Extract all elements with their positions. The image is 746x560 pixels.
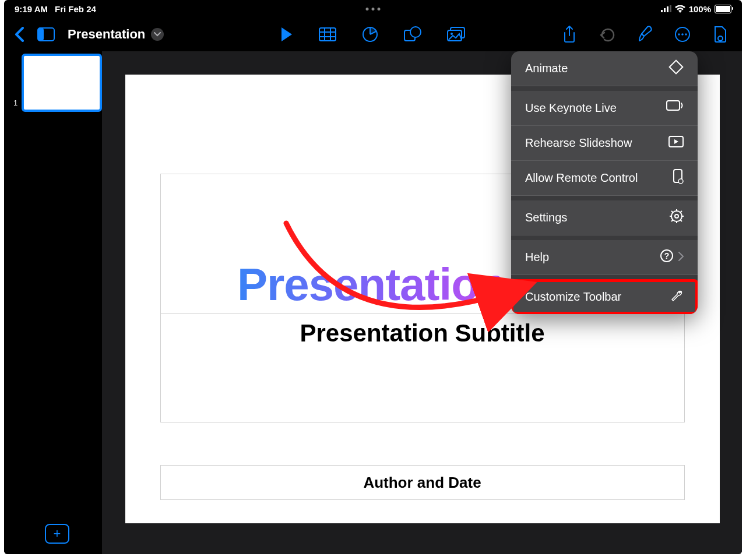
svg-point-23 [718, 36, 723, 41]
play-button[interactable] [280, 27, 293, 42]
svg-rect-5 [38, 28, 44, 41]
battery-icon [715, 5, 731, 13]
menu-remote[interactable]: Allow Remote Control [511, 161, 698, 196]
more-icon[interactable] [674, 26, 691, 43]
status-date: Fri Feb 24 [55, 4, 96, 14]
multitask-dots[interactable] [366, 8, 381, 10]
svg-line-37 [671, 220, 673, 221]
canvas[interactable]: Presentation Title Presentation Subtitle… [103, 51, 742, 554]
play-rect-icon [668, 136, 684, 150]
svg-text:?: ? [664, 251, 670, 260]
menu-keynote-live[interactable]: Use Keynote Live [511, 91, 698, 126]
menu-label: Settings [525, 211, 567, 224]
svg-line-36 [680, 220, 682, 221]
question-icon: ? [660, 249, 674, 266]
menu-label: Allow Remote Control [525, 171, 638, 185]
slide-number: 1 [13, 98, 17, 107]
document-title-text: Presentation [68, 27, 145, 42]
phone-icon [672, 169, 684, 187]
media-icon[interactable] [447, 27, 466, 42]
svg-rect-3 [670, 5, 671, 12]
menu-label: Animate [525, 62, 568, 75]
wrench-icon [670, 288, 684, 305]
wifi-icon [675, 5, 685, 13]
menu-label: Rehearse Slideshow [525, 136, 632, 150]
menu-separator [511, 86, 698, 91]
svg-point-20 [678, 33, 680, 36]
menu-separator [511, 275, 698, 280]
menu-separator [511, 196, 698, 200]
svg-point-30 [675, 214, 678, 218]
format-brush-icon[interactable] [637, 26, 652, 43]
add-slide-button[interactable]: + [45, 524, 69, 544]
svg-point-21 [681, 33, 684, 36]
menu-customize-toolbar[interactable]: Customize Toolbar [511, 280, 698, 314]
svg-rect-25 [667, 101, 680, 110]
svg-line-38 [680, 211, 682, 213]
svg-rect-2 [667, 6, 668, 12]
slide-navigator[interactable]: 1 + [4, 51, 103, 554]
menu-label: Customize Toolbar [525, 290, 621, 304]
more-menu-popover: Animate Use Keynote Live Rehearse Slides… [511, 51, 698, 314]
menu-settings[interactable]: Settings [511, 200, 698, 235]
cellular-icon [661, 5, 671, 12]
battery-pct: 100% [689, 4, 711, 14]
menu-label: Use Keynote Live [525, 101, 617, 115]
menu-label: Help [525, 251, 549, 264]
svg-point-22 [685, 33, 687, 36]
table-icon[interactable] [319, 27, 336, 41]
sidebar-toggle-icon[interactable] [37, 27, 55, 41]
menu-animate[interactable]: Animate [511, 51, 698, 86]
author-placeholder[interactable]: Author and Date [160, 465, 685, 500]
svg-rect-24 [670, 61, 683, 74]
menu-rehearse[interactable]: Rehearse Slideshow [511, 126, 698, 161]
add-slide-label: + [54, 526, 61, 541]
chart-icon[interactable] [362, 26, 378, 43]
menu-help[interactable]: Help ? [511, 240, 698, 275]
svg-point-15 [410, 27, 421, 37]
undo-icon[interactable] [599, 26, 615, 43]
document-options-icon[interactable] [713, 26, 727, 43]
status-bar: 9:19 AM Fri Feb 24 100% [4, 0, 742, 17]
slide-thumbnail-1[interactable] [22, 54, 102, 112]
gear-icon [670, 209, 684, 226]
diamond-icon [668, 59, 684, 78]
app-toolbar: Presentation [4, 17, 742, 51]
slide-author: Author and Date [363, 474, 481, 492]
title-chevron-icon[interactable] [151, 28, 164, 41]
status-time: 9:19 AM [15, 4, 48, 14]
shape-icon[interactable] [404, 26, 421, 43]
chevron-right-icon [678, 251, 684, 264]
svg-line-35 [671, 211, 673, 213]
slide-subtitle[interactable]: Presentation Subtitle [161, 314, 684, 411]
document-title[interactable]: Presentation [68, 27, 164, 42]
back-button[interactable] [15, 27, 24, 42]
svg-point-28 [678, 179, 683, 184]
svg-rect-1 [664, 8, 666, 12]
cast-icon [666, 100, 684, 116]
svg-rect-0 [661, 10, 663, 12]
share-icon[interactable] [562, 26, 576, 43]
svg-rect-6 [319, 28, 336, 41]
workspace: 1 + Presentation Title Presentation Subt… [4, 51, 742, 554]
menu-separator [511, 235, 698, 240]
svg-point-18 [451, 33, 453, 35]
